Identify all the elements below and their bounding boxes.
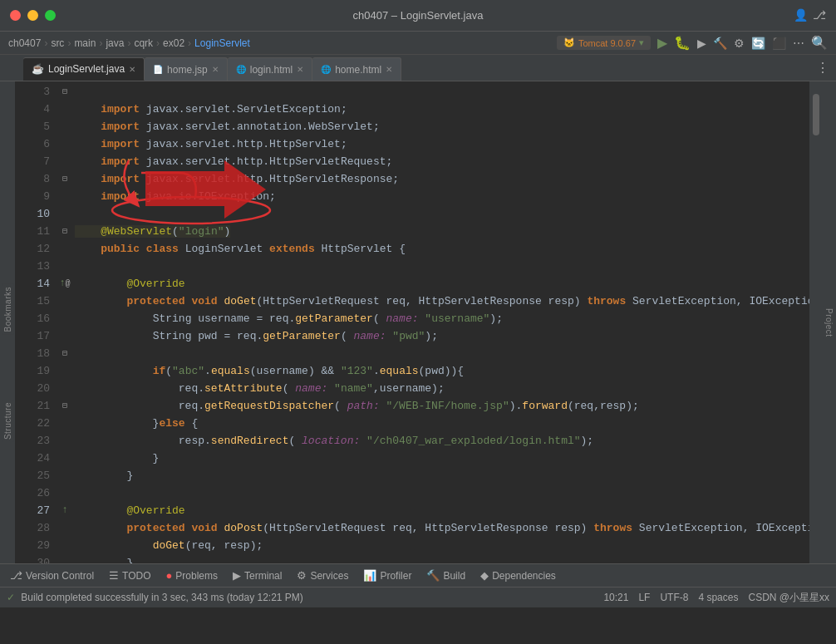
- project-tab[interactable]: Project: [823, 306, 835, 340]
- fold-icon-11[interactable]: ⊟: [62, 223, 67, 240]
- build-status-text: Build completed successfully in 3 sec, 3…: [21, 592, 303, 603]
- bookmarks-tab[interactable]: Bookmarks: [2, 284, 14, 335]
- close-button[interactable]: [10, 10, 21, 21]
- titlebar-actions: 👤 ⎇: [794, 8, 826, 22]
- build-button-bottom[interactable]: 🔨 Build: [420, 568, 472, 583]
- status-position[interactable]: 10:21: [603, 592, 628, 603]
- minimize-button[interactable]: [27, 10, 38, 21]
- status-encoding[interactable]: UTF-8: [660, 592, 688, 603]
- dependencies-label: Dependencies: [492, 570, 556, 582]
- scrollbar-track[interactable]: [809, 81, 821, 563]
- html-icon-login: 🌐: [236, 65, 246, 74]
- breadcrumb-main[interactable]: main: [74, 37, 96, 49]
- fold-icon-8[interactable]: ⊟: [62, 170, 67, 188]
- run-button[interactable]: ▶: [657, 35, 667, 51]
- search-button[interactable]: 🔍: [811, 35, 828, 51]
- share-icon[interactable]: 👤: [794, 8, 808, 22]
- jsp-icon: 📄: [153, 65, 163, 74]
- version-control-label: Version Control: [26, 570, 94, 582]
- tabs-overflow-menu[interactable]: ⋮: [816, 60, 829, 76]
- code-text[interactable]: import javax.servlet.ServletException; i…: [75, 81, 809, 563]
- gutter-icons: ⊟ ⊟ ⊟ ↑@ ⊟ ⊟ ↑: [55, 81, 75, 563]
- status-user: CSDN @小星星xx: [748, 591, 829, 605]
- services-label: Services: [310, 570, 348, 582]
- todo-label: TODO: [122, 570, 150, 582]
- status-bar: ✓ Build completed successfully in 3 sec,…: [0, 587, 836, 607]
- status-line-ending[interactable]: LF: [638, 592, 650, 603]
- vertical-scrollbar[interactable]: [809, 81, 821, 563]
- tab-home-html[interactable]: 🌐 home.html ✕: [312, 57, 401, 81]
- status-message: ✓ Build completed successfully in 3 sec,…: [7, 592, 603, 603]
- breadcrumb-cqrk[interactable]: cqrk: [134, 37, 153, 49]
- scrollbar-thumb[interactable]: [813, 94, 819, 135]
- override-impl-icon-14: ↑: [59, 275, 65, 293]
- override-icon-27: ↑: [61, 502, 67, 519]
- structure-tab[interactable]: Structure: [2, 400, 14, 442]
- dependencies-icon: ◆: [480, 569, 489, 582]
- version-control-button[interactable]: ⎇ Version Control: [3, 568, 101, 583]
- editor-tabs: ☕ LoginServlet.java ✕ 📄 home.jsp ✕ 🌐 log…: [0, 55, 836, 81]
- tab-loginservlet-label: LoginServlet.java: [48, 63, 125, 75]
- profiler-button[interactable]: 📊 Profiler: [357, 568, 418, 583]
- tab-close-loginservlet[interactable]: ✕: [129, 65, 135, 74]
- breadcrumb-ex02[interactable]: ex02: [163, 37, 184, 49]
- left-sidebar: Bookmarks Structure: [0, 81, 15, 563]
- more-run-options[interactable]: ⚙: [734, 37, 745, 50]
- line-numbers: 3 4 5 6 7 8 9 10 11 12 13 14 15 16 17 18…: [15, 81, 55, 563]
- build-button[interactable]: 🔨: [713, 37, 727, 50]
- breadcrumb: ch0407 › src › main › java › cqrk › ex02…: [0, 32, 836, 55]
- tab-home-jsp[interactable]: 📄 home.jsp ✕: [145, 57, 228, 81]
- vcs-icon[interactable]: ⎇: [813, 8, 826, 22]
- breadcrumb-src[interactable]: src: [51, 37, 64, 49]
- maximize-button[interactable]: [45, 10, 56, 21]
- build-label: Build: [443, 570, 465, 582]
- tab-login-html-label: login.html: [250, 64, 293, 76]
- todo-button[interactable]: ☰ TODO: [102, 568, 157, 583]
- at-icon-14: @: [66, 275, 71, 293]
- fold-icon-18[interactable]: ⊟: [62, 345, 67, 362]
- tab-close-login-html[interactable]: ✕: [297, 65, 303, 74]
- breadcrumb-class[interactable]: LoginServlet: [194, 37, 250, 49]
- terminal-label: Terminal: [244, 570, 282, 582]
- tomcat-selector[interactable]: 🐱 Tomcat 9.0.67 ▾: [557, 36, 651, 50]
- tab-close-home-html[interactable]: ✕: [386, 65, 392, 74]
- tomcat-dropdown-icon: ▾: [639, 37, 644, 48]
- services-icon: ⚙: [297, 569, 307, 582]
- html-icon-home: 🌐: [321, 65, 331, 74]
- update-button[interactable]: 🔄: [751, 37, 765, 50]
- services-button[interactable]: ⚙ Services: [290, 568, 355, 583]
- tomcat-label: Tomcat 9.0.67: [578, 38, 636, 48]
- fold-icon-3[interactable]: ⊟: [62, 83, 67, 101]
- titlebar: ch0407 – LoginServlet.java 👤 ⎇: [0, 0, 836, 32]
- tab-login-html[interactable]: 🌐 login.html ✕: [228, 57, 312, 81]
- java-icon: ☕: [32, 63, 44, 75]
- profiler-label: Profiler: [380, 570, 411, 582]
- editor-area: Bookmarks Structure 3 4 5 6 7 8 9 10 11 …: [0, 81, 836, 563]
- debug-button[interactable]: 🐛: [674, 35, 691, 51]
- bottom-toolbar: ⎇ Version Control ☰ TODO ● Problems ▶ Te…: [0, 563, 836, 587]
- tab-loginservlet[interactable]: ☕ LoginServlet.java ✕: [23, 57, 145, 81]
- status-right: 10:21 LF UTF-8 4 spaces CSDN @小星星xx: [603, 591, 829, 605]
- dependencies-button[interactable]: ◆ Dependencies: [474, 568, 563, 583]
- status-indent[interactable]: 4 spaces: [698, 592, 738, 603]
- coverage-button[interactable]: ▶: [697, 37, 706, 50]
- build-success-icon: ✓: [7, 592, 15, 603]
- build-icon-bottom: 🔨: [426, 569, 440, 582]
- problems-label: Problems: [175, 570, 218, 582]
- breadcrumb-project[interactable]: ch0407: [8, 37, 41, 49]
- todo-icon: ☰: [109, 569, 119, 582]
- profiler-icon: 📊: [363, 569, 376, 582]
- tab-close-home-jsp[interactable]: ✕: [212, 65, 219, 74]
- code-editor[interactable]: 3 4 5 6 7 8 9 10 11 12 13 14 15 16 17 18…: [15, 81, 809, 563]
- problems-icon: ●: [166, 569, 173, 582]
- right-sidebar: Project: [821, 81, 836, 563]
- stop-button[interactable]: ⬛: [772, 37, 786, 50]
- terminal-icon: ▶: [233, 569, 241, 582]
- fold-icon-21[interactable]: ⊟: [62, 397, 67, 415]
- breadcrumb-java[interactable]: java: [106, 37, 124, 49]
- window-title: ch0407 – LoginServlet.java: [353, 9, 484, 22]
- problems-button[interactable]: ● Problems: [160, 568, 225, 583]
- tab-home-jsp-label: home.jsp: [167, 64, 208, 76]
- terminal-button[interactable]: ▶ Terminal: [226, 568, 288, 583]
- settings-button[interactable]: ⋯: [793, 37, 804, 50]
